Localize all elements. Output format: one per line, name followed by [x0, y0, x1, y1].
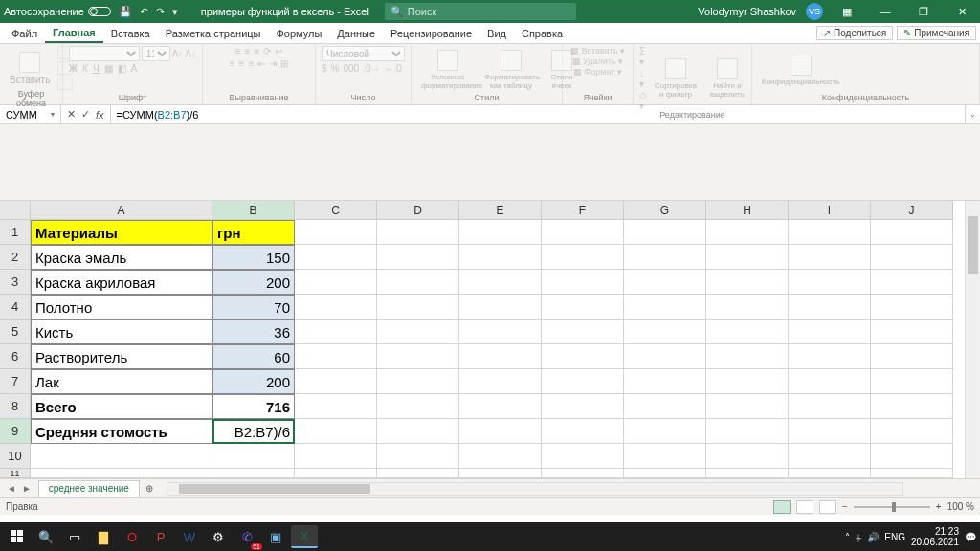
cell-G6[interactable] — [624, 344, 706, 369]
cell-I5[interactable] — [789, 320, 871, 344]
decrease-font-icon[interactable]: A↓ — [185, 49, 196, 59]
zoom-in-icon[interactable]: + — [936, 501, 942, 512]
tab-data[interactable]: Данные — [329, 25, 383, 42]
expand-formula-bar-icon[interactable]: ⌄ — [965, 105, 980, 123]
cell-E5[interactable] — [459, 320, 542, 344]
cell-J5[interactable] — [871, 320, 953, 344]
cell-J4[interactable] — [871, 295, 953, 320]
cell-G8[interactable] — [624, 394, 706, 419]
cell-I10[interactable] — [789, 444, 871, 469]
cell-F7[interactable] — [542, 369, 624, 394]
horizontal-scrollbar[interactable] — [167, 482, 903, 496]
confidentiality-button[interactable]: Конфиденциальность — [758, 53, 843, 88]
opera-icon[interactable]: O — [119, 525, 145, 548]
cell-D6[interactable] — [377, 344, 459, 369]
cell-H8[interactable] — [706, 394, 789, 419]
scrollbar-thumb[interactable] — [968, 216, 978, 274]
cell-A1[interactable]: Материалы — [31, 220, 212, 245]
tab-file[interactable]: Файл — [4, 25, 45, 42]
cell-G9[interactable] — [624, 419, 706, 444]
indent-dec-icon[interactable]: ⇤ — [257, 58, 265, 69]
cell-G2[interactable] — [624, 245, 706, 270]
cell-I6[interactable] — [789, 344, 871, 369]
cell-G4[interactable] — [624, 295, 706, 320]
app-icon[interactable]: ▣ — [262, 525, 289, 548]
formula-input[interactable]: =СУММ(B2:B7)/6 — [111, 105, 965, 123]
cell-E8[interactable] — [459, 394, 542, 419]
cell-E9[interactable] — [459, 419, 542, 444]
cell-B5[interactable]: 36 — [212, 320, 295, 344]
cell-J6[interactable] — [871, 344, 953, 369]
cell-B11[interactable] — [212, 469, 295, 478]
word-icon[interactable]: W — [176, 525, 203, 548]
col-header-C[interactable]: C — [295, 201, 377, 220]
merge-icon[interactable]: ⊞ — [280, 58, 288, 69]
search-taskbar-icon[interactable]: 🔍 — [33, 525, 59, 548]
cell-D7[interactable] — [377, 369, 459, 394]
spreadsheet-grid[interactable]: ABCDEFGHIJ 1234567891011 МатериалыгрнКра… — [0, 201, 980, 478]
tray-chevron-icon[interactable]: ˄ — [845, 532, 850, 542]
cell-H9[interactable] — [706, 419, 789, 444]
enter-formula-icon[interactable]: ✓ — [81, 108, 90, 121]
hscroll-thumb[interactable] — [179, 484, 370, 494]
sort-filter-button[interactable]: Сортировка и фильтр — [651, 56, 701, 100]
sheet-nav[interactable]: ◄► — [0, 483, 38, 494]
tab-page-layout[interactable]: Разметка страницы — [158, 25, 269, 42]
cell-B1[interactable]: грн — [212, 220, 295, 245]
volume-icon[interactable]: 🔊 — [867, 532, 879, 542]
cell-C2[interactable] — [295, 245, 377, 270]
increase-font-icon[interactable]: A↑ — [172, 49, 184, 59]
tab-view[interactable]: Вид — [479, 25, 514, 42]
bold-icon[interactable]: Ж — [69, 63, 78, 74]
cell-E10[interactable] — [459, 444, 542, 469]
align-left-icon[interactable]: ≡ — [230, 58, 235, 69]
col-header-H[interactable]: H — [706, 201, 789, 220]
row-header-8[interactable]: 8 — [0, 394, 31, 419]
taskbar-clock[interactable]: 21:23 20.06.2021 — [911, 526, 959, 547]
cell-A8[interactable]: Всего — [31, 394, 212, 419]
cell-C10[interactable] — [295, 444, 377, 469]
cell-D2[interactable] — [377, 245, 459, 270]
border-icon[interactable]: ▦ — [104, 63, 113, 74]
cell-B8[interactable]: 716 — [212, 394, 295, 419]
cell-D1[interactable] — [377, 220, 459, 245]
fill-color-icon[interactable]: ◧ — [118, 63, 126, 74]
cell-G10[interactable] — [624, 444, 706, 469]
cell-G7[interactable] — [624, 369, 706, 394]
col-header-F[interactable]: F — [542, 201, 624, 220]
cell-D10[interactable] — [377, 444, 459, 469]
tab-home[interactable]: Главная — [45, 24, 103, 43]
row-header-10[interactable]: 10 — [0, 444, 31, 469]
delete-cells-button[interactable]: ▦ Удалить ▾ — [572, 56, 623, 66]
tab-help[interactable]: Справка — [514, 25, 570, 42]
share-button[interactable]: Поделиться — [816, 26, 893, 40]
language-indicator[interactable]: ENG — [884, 532, 905, 542]
cell-A11[interactable] — [31, 469, 212, 478]
cell-E4[interactable] — [459, 295, 542, 320]
dec-decimal-icon[interactable]: ←.0 — [385, 63, 402, 74]
align-top-icon[interactable]: ≡ — [235, 46, 241, 56]
cell-C7[interactable] — [295, 369, 377, 394]
indent-inc-icon[interactable]: ⇥ — [269, 58, 277, 69]
cell-B4[interactable]: 70 — [212, 295, 295, 320]
cell-H2[interactable] — [706, 245, 789, 270]
cell-B6[interactable]: 60 — [212, 344, 295, 369]
zoom-level[interactable]: 100 % — [947, 501, 974, 512]
underline-icon[interactable]: Ч — [93, 63, 100, 74]
cell-A5[interactable]: Кисть — [31, 320, 212, 344]
add-sheet-button[interactable]: ⊕ — [140, 483, 159, 494]
cell-D8[interactable] — [377, 394, 459, 419]
cell-I2[interactable] — [789, 245, 871, 270]
cell-F3[interactable] — [542, 270, 624, 295]
cell-A7[interactable]: Лак — [31, 369, 212, 394]
tab-review[interactable]: Рецензирование — [383, 25, 479, 42]
row-header-6[interactable]: 6 — [0, 344, 31, 369]
cell-F9[interactable] — [542, 419, 624, 444]
row-header-7[interactable]: 7 — [0, 369, 31, 394]
cell-D4[interactable] — [377, 295, 459, 320]
cell-A4[interactable]: Полотно — [31, 295, 212, 320]
currency-icon[interactable]: $ — [322, 63, 327, 74]
inc-decimal-icon[interactable]: .0→ — [363, 63, 380, 74]
percent-icon[interactable]: % — [331, 63, 340, 74]
viber-icon[interactable]: ✆51 — [234, 525, 260, 548]
